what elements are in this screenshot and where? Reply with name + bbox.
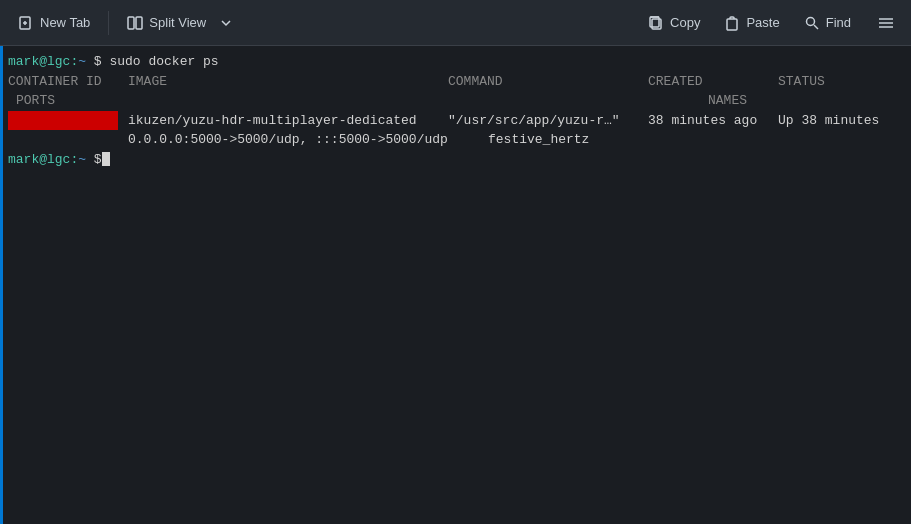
svg-point-8 bbox=[806, 17, 814, 25]
prompt-user-1: mark@lgc: bbox=[8, 52, 78, 72]
prompt-path-2: ~ bbox=[78, 150, 86, 170]
command-value: "/usr/src/app/yuzu-r…" bbox=[448, 111, 648, 131]
find-icon bbox=[804, 15, 820, 31]
svg-line-9 bbox=[814, 25, 818, 29]
copy-icon bbox=[648, 15, 664, 31]
header-names: NAMES bbox=[708, 91, 747, 111]
new-tab-button[interactable]: New Tab bbox=[8, 11, 100, 35]
header-status: STATUS bbox=[778, 72, 825, 92]
prompt-path-1: ~ bbox=[78, 52, 86, 72]
svg-rect-3 bbox=[128, 17, 134, 29]
terminal-subheader-line: PORTS NAMES bbox=[8, 91, 903, 111]
split-view-label: Split View bbox=[149, 15, 206, 30]
container-id-value bbox=[8, 111, 118, 131]
toolbar: New Tab Split View Copy bbox=[0, 0, 911, 46]
prompt-dollar-2: $ bbox=[86, 150, 102, 170]
find-label: Find bbox=[826, 15, 851, 30]
copy-button[interactable]: Copy bbox=[638, 11, 710, 35]
prompt-user-2: mark@lgc: bbox=[8, 150, 78, 170]
terminal-data-line-1: ikuzen/yuzu-hdr-multiplayer-dedicated "/… bbox=[8, 111, 903, 131]
terminal-data-line-2: 0.0.0.0:5000->5000/udp, :::5000->5000/ud… bbox=[8, 130, 903, 150]
command-1: sudo docker ps bbox=[102, 52, 219, 72]
split-view-button[interactable]: Split View bbox=[117, 11, 216, 35]
split-view-group: Split View bbox=[117, 11, 236, 35]
terminal-line-prompt2: mark@lgc:~ $ bbox=[8, 150, 903, 170]
new-tab-label: New Tab bbox=[40, 15, 90, 30]
new-tab-icon bbox=[18, 15, 34, 31]
header-ports: PORTS bbox=[8, 91, 128, 111]
cursor bbox=[102, 152, 110, 166]
separator-1 bbox=[108, 11, 109, 35]
terminal-header-line: CONTAINER ID IMAGE COMMAND CREATED STATU… bbox=[8, 72, 903, 92]
terminal-area[interactable]: mark@lgc:~ $ sudo docker ps CONTAINER ID… bbox=[0, 46, 911, 524]
status-value: Up 38 minutes bbox=[778, 111, 879, 131]
image-value: ikuzen/yuzu-hdr-multiplayer-dedicated bbox=[128, 111, 448, 131]
header-created: CREATED bbox=[648, 72, 778, 92]
header-image: IMAGE bbox=[128, 72, 448, 92]
split-view-dropdown-button[interactable] bbox=[216, 13, 236, 33]
find-button[interactable]: Find bbox=[794, 11, 861, 35]
chevron-down-icon bbox=[220, 17, 232, 29]
paste-label: Paste bbox=[746, 15, 779, 30]
names-value: festive_hertz bbox=[488, 130, 589, 150]
menu-button[interactable] bbox=[869, 10, 903, 36]
header-command: COMMAND bbox=[448, 72, 648, 92]
created-value: 38 minutes ago bbox=[648, 111, 778, 131]
prompt-dollar-1: $ bbox=[86, 52, 102, 72]
terminal-line-1: mark@lgc:~ $ sudo docker ps bbox=[8, 52, 903, 72]
hamburger-icon bbox=[877, 14, 895, 32]
svg-rect-4 bbox=[136, 17, 142, 29]
split-view-icon bbox=[127, 15, 143, 31]
paste-icon bbox=[724, 15, 740, 31]
spacer-1 bbox=[118, 111, 128, 131]
copy-label: Copy bbox=[670, 15, 700, 30]
ports-value: 0.0.0.0:5000->5000/udp, :::5000->5000/ud… bbox=[128, 130, 488, 150]
left-accent-bar bbox=[0, 46, 3, 524]
paste-button[interactable]: Paste bbox=[714, 11, 789, 35]
header-container-id: CONTAINER ID bbox=[8, 72, 128, 92]
svg-rect-7 bbox=[727, 19, 737, 30]
